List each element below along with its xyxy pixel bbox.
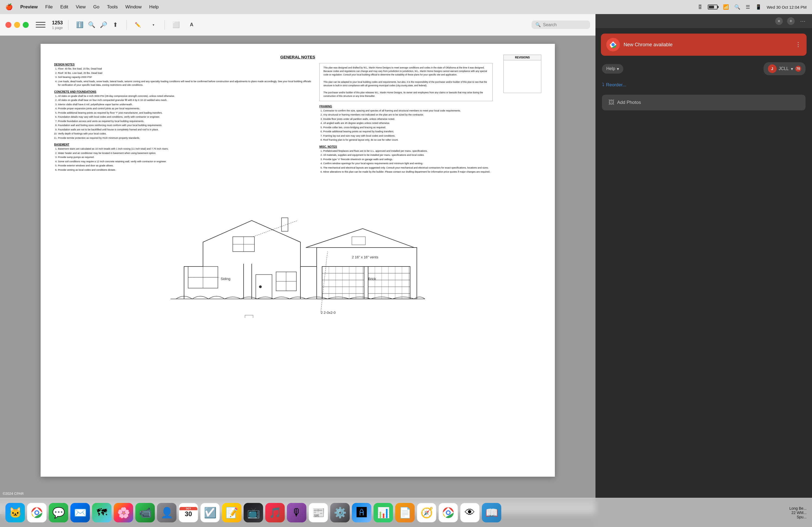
menubar: 🍎 Preview File Edit View Go Tools Window… <box>0 0 812 14</box>
svg-point-62 <box>447 511 450 514</box>
chrome-notif-more-button[interactable]: ⋮ <box>795 41 801 48</box>
zoom-in-button[interactable]: 🔍 <box>86 19 97 31</box>
menubar-app-name[interactable]: Preview <box>20 4 38 10</box>
panel-top-bar: ✕ + ⋯ <box>595 14 812 28</box>
menubar-window[interactable]: Window <box>125 4 142 10</box>
add-photos-icon: 🖼 <box>608 99 614 106</box>
user-label: JCLL <box>779 66 789 71</box>
toolbar-zoom-group: ℹ️ 🔍 🔎 ⬆ <box>74 19 121 31</box>
svg-text:2  16" x 16" vents: 2 16" x 16" vents <box>352 255 378 259</box>
menubar-file[interactable]: File <box>45 4 53 10</box>
reorder-icon: ⤵ <box>602 82 605 88</box>
dock-item-maps[interactable]: 🗺 <box>92 503 112 523</box>
sidebar-toggle-button[interactable] <box>36 21 45 28</box>
misc-content: Prefabricated fireplaces and flues are t… <box>319 149 493 174</box>
dock-item-tv[interactable]: 📺 <box>244 503 263 523</box>
search-input[interactable] <box>543 23 586 27</box>
panel-add-button[interactable]: + <box>787 17 795 25</box>
dock-item-pages[interactable]: 📄 <box>395 503 415 523</box>
chrome-notif-icon <box>606 38 620 52</box>
svg-text:Siding: Siding <box>221 277 230 281</box>
crop-button[interactable]: ⬜ <box>170 19 182 31</box>
annotate-button[interactable]: ✏️ <box>132 19 143 31</box>
dock-item-messages[interactable]: 💬 <box>49 503 68 523</box>
share-button[interactable]: ⬆ <box>110 19 121 31</box>
wifi-icon[interactable]: 📶 <box>723 4 729 10</box>
user-menu-button[interactable]: J JCLL ▾ 70 <box>764 62 806 75</box>
toolbar-separator-3 <box>164 20 165 30</box>
preview-window: 1253 1 page ℹ️ 🔍 🔎 ⬆ ✏️ ▾ ⬜ A 🔍 REVISION… <box>0 14 595 514</box>
screen-mirror-icon[interactable]: 📱 <box>755 4 762 10</box>
document-area: REVISIONS GENERAL NOTES DESIGN NOTES Flo… <box>0 36 595 514</box>
dock-item-mail[interactable]: ✉️ <box>70 503 90 523</box>
design-notes-title: DESIGN NOTES <box>54 63 314 66</box>
svg-text:Brick: Brick <box>368 277 376 281</box>
dock-item-podcasts[interactable]: 🎙 <box>287 503 306 523</box>
search-menubar-icon[interactable]: 🔍 <box>734 4 740 10</box>
dock-item-calendar[interactable]: OCT 30 <box>179 503 198 523</box>
zoom-out-button[interactable]: 🔎 <box>98 19 109 31</box>
dock-item-photos[interactable]: 🌸 <box>114 503 133 523</box>
panel-user-section: Help ▾ J JCLL ▾ 70 <box>595 56 812 78</box>
panel-more-button[interactable]: ⋯ <box>799 17 807 25</box>
svg-line-49 <box>253 220 298 237</box>
menubar-datetime: Wed 30 Oct 12:04 PM <box>767 5 807 10</box>
notification-center-icon[interactable]: ☰ <box>746 4 750 10</box>
page-count: 1 page <box>52 26 63 30</box>
dock-item-contacts[interactable]: 👤 <box>157 503 176 523</box>
dock-item-music[interactable]: 🎵 <box>265 503 285 523</box>
menubar-go[interactable]: Go <box>93 4 100 10</box>
fullscreen-button[interactable] <box>23 22 29 28</box>
minimize-button[interactable] <box>14 22 20 28</box>
revisions-rows <box>504 60 541 93</box>
text-button[interactable]: A <box>186 19 197 31</box>
design-notes-content: Floor: 40 lbs. live load, 15 lbs. Dead l… <box>54 67 314 87</box>
reorder-button[interactable]: ⤵ Reorder... <box>602 80 806 89</box>
dock-item-news[interactable]: 📰 <box>308 503 328 523</box>
concrete-title: CONCRETE AND FOUNDATIONS <box>54 90 314 93</box>
dock-item-reminders[interactable]: ☑️ <box>200 503 220 523</box>
right-notes-column: This plan was designed and drafted by W.… <box>319 63 493 177</box>
add-photos-button[interactable]: 🖼 Add Photos <box>602 95 806 111</box>
traffic-lights <box>5 22 29 28</box>
control-center-icon[interactable]: 🎛 <box>697 4 702 10</box>
dock-item-dictionary[interactable]: 📖 <box>482 503 501 523</box>
add-photos-label: Add Photos <box>617 100 641 105</box>
apple-menu[interactable]: 🍎 <box>5 3 13 11</box>
basement-content: Basement stairs are calculated as 10 inc… <box>54 147 314 172</box>
dock-item-chrome[interactable] <box>27 503 46 523</box>
svg-point-59 <box>35 511 38 514</box>
concrete-content: All slabs on grade shall be 4 inch 3000 … <box>54 94 314 140</box>
dock: 🐱 💬 ✉️ 🗺 🌸 📹 👤 OCT 30 ☑️ 📝 📺 🎵 <box>0 498 812 527</box>
menubar-help[interactable]: Help <box>149 4 159 10</box>
menubar-edit[interactable]: Edit <box>60 4 68 10</box>
help-chevron-icon: ▾ <box>617 66 619 71</box>
chrome-notif-text: New Chrome available <box>624 42 792 48</box>
info-button[interactable]: ℹ️ <box>74 19 85 31</box>
user-avatar: J <box>768 64 777 73</box>
dock-item-numbers[interactable]: 📊 <box>374 503 393 523</box>
dock-extra-info-3: Spu... <box>797 515 807 519</box>
help-label: Help <box>606 66 615 71</box>
dock-extra-info: Long Be... <box>789 506 807 511</box>
svg-rect-3 <box>281 218 288 231</box>
dock-item-finder[interactable]: 🐱 <box>5 503 25 523</box>
panel-close-button[interactable]: ✕ <box>775 17 783 25</box>
dock-extra-info-2: 22 WM... <box>792 511 807 515</box>
menubar-tools[interactable]: Tools <box>107 4 118 10</box>
annotate-dropdown[interactable]: ▾ <box>148 19 159 31</box>
user-chevron-icon: ▾ <box>791 66 793 71</box>
dock-item-safari[interactable]: 🧭 <box>417 503 436 523</box>
framing-content: Contractor to confirm the size, spacing … <box>319 109 493 142</box>
help-button[interactable]: Help ▾ <box>602 64 623 74</box>
basement-title: BASEMENT <box>54 143 314 146</box>
dock-item-preview[interactable]: 👁 <box>460 503 480 523</box>
dock-item-facetime[interactable]: 📹 <box>135 503 155 523</box>
dock-item-notes[interactable]: 📝 <box>222 503 242 523</box>
close-button[interactable] <box>5 22 11 28</box>
dock-item-system-prefs[interactable]: ⚙️ <box>330 503 350 523</box>
dock-item-chrome-2[interactable] <box>438 503 458 523</box>
chrome-notification[interactable]: New Chrome available ⋮ <box>601 33 807 56</box>
dock-item-app-store[interactable]: 🅰 <box>352 503 371 523</box>
menubar-view[interactable]: View <box>76 4 86 10</box>
